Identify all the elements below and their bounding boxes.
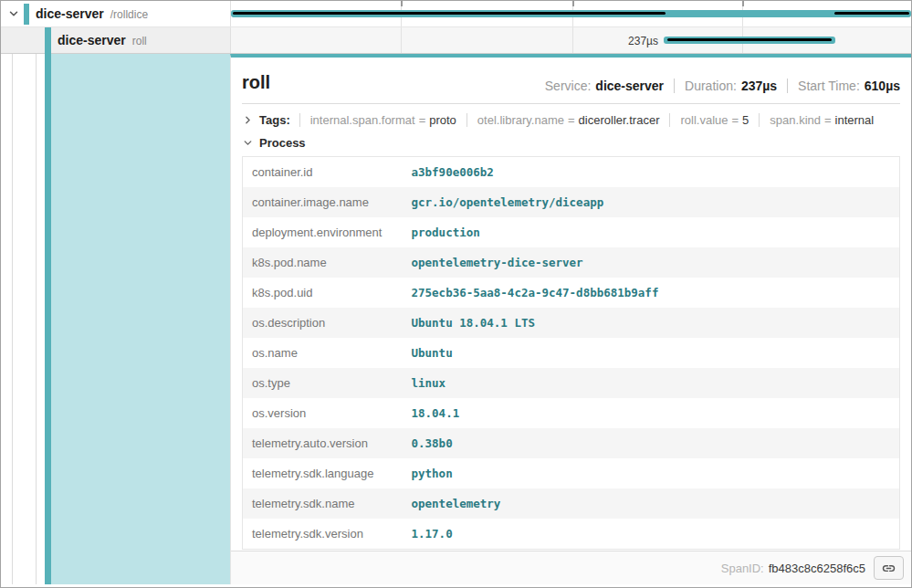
process-label: Process <box>259 136 306 150</box>
table-row: telemetry.sdk.nameopentelemetry <box>243 488 900 519</box>
chevron-down-icon[interactable] <box>7 7 20 20</box>
table-row: telemetry.sdk.version1.17.0 <box>243 519 900 550</box>
process-section-header[interactable]: Process <box>242 135 900 156</box>
table-row: telemetry.sdk.languagepython <box>243 458 900 488</box>
span-detail-panel: roll Service:dice-server Duration:237µs … <box>230 54 911 584</box>
overview-start-time: Start Time:610µs <box>787 79 900 93</box>
span-bar-roll[interactable] <box>664 37 835 44</box>
selected-span-accent-bar <box>45 54 51 584</box>
critical-path-segment <box>233 12 666 15</box>
span-row-roll[interactable]: dice-serverroll 237µs <box>1 27 911 54</box>
table-row: os.nameUbuntu <box>243 338 900 368</box>
process-kv-table: container.ida3bf90e006b2 container.image… <box>242 156 900 550</box>
timeline-tick <box>742 1 744 6</box>
table-row: os.descriptionUbuntu 18.04.1 LTS <box>243 308 900 338</box>
table-row: os.typelinux <box>243 368 900 398</box>
chevron-down-icon[interactable] <box>242 137 255 150</box>
operation-name: roll <box>132 35 147 47</box>
service-name: dice-server <box>36 6 104 21</box>
table-row: container.ida3bf90e006b2 <box>243 157 900 188</box>
trace-left-gutter <box>1 54 230 584</box>
overview-service: Service:dice-server <box>545 79 664 93</box>
selected-span-highlight <box>51 54 230 584</box>
indent-guide <box>12 54 13 584</box>
span-row-rolldice-label[interactable]: dice-server/rolldice <box>1 1 230 26</box>
chevron-right-icon[interactable] <box>242 114 255 127</box>
tags-label: Tags: <box>259 113 290 127</box>
critical-path-segment <box>667 38 832 41</box>
service-name: dice-server <box>58 33 126 47</box>
timeline-tick <box>401 1 403 6</box>
timeline-row-rolldice <box>230 1 911 26</box>
service-color-bar <box>45 27 51 54</box>
span-detail-header: roll Service:dice-server Duration:237µs … <box>242 58 900 104</box>
span-row-rolldice[interactable]: dice-server/rolldice <box>1 1 911 27</box>
timeline-gridline <box>401 27 402 53</box>
timeline-tick <box>572 1 574 6</box>
span-id-label: SpanID: <box>721 562 764 575</box>
tag-otel-library-name: otel.library.name=diceroller.tracer <box>466 113 670 127</box>
span-overview: Service:dice-server Duration:237µs Start… <box>545 79 900 93</box>
span-bar-rolldice[interactable] <box>231 10 911 17</box>
span-id-value: fb483c8c6258f6c5 <box>769 562 865 575</box>
tags-section-header[interactable]: Tags: internal.span.format=proto otel.li… <box>242 104 900 135</box>
table-row: os.version18.04.1 <box>243 398 900 428</box>
table-row: container.image.namegcr.io/opentelemetry… <box>243 187 900 217</box>
link-icon <box>881 561 896 576</box>
critical-path-segment <box>834 12 909 15</box>
table-row: deployment.environmentproduction <box>243 217 900 247</box>
table-row: telemetry.auto.version0.38b0 <box>243 428 900 458</box>
span-row-roll-label[interactable]: dice-serverroll <box>1 27 230 53</box>
table-row: k8s.pod.uid275ecb36-5aa8-4c2a-9c47-d8bb6… <box>243 278 900 308</box>
span-title: roll <box>242 71 270 93</box>
copy-link-button[interactable] <box>874 556 904 580</box>
tag-roll-value: roll.value=5 <box>669 113 759 127</box>
tag-internal-span-format: internal.span.format=proto <box>299 113 466 127</box>
span-detail-footer: SpanID: fb483c8c6258f6c5 <box>231 551 911 584</box>
indent-guide <box>36 54 37 584</box>
service-color-bar <box>24 4 29 25</box>
table-row: k8s.pod.nameopentelemetry-dice-server <box>243 247 900 278</box>
operation-name: /rolldice <box>110 8 148 21</box>
overview-duration: Duration:237µs <box>674 79 777 93</box>
tag-span-kind: span.kind=internal <box>759 113 884 127</box>
timeline-row-roll: 237µs <box>230 27 911 53</box>
trace-detail-view: dice-server/rolldice dice-serverroll 237… <box>0 0 912 588</box>
span-duration-label: 237µs <box>563 35 658 47</box>
